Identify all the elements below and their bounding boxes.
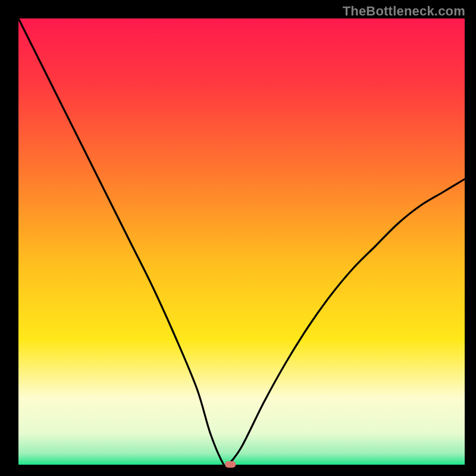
watermark-text: TheBottleneck.com [343,4,465,19]
plot-background [18,18,465,465]
chart-container: TheBottleneck.com [0,0,476,476]
optimal-point-marker [225,461,236,468]
bottleneck-chart [0,0,476,476]
